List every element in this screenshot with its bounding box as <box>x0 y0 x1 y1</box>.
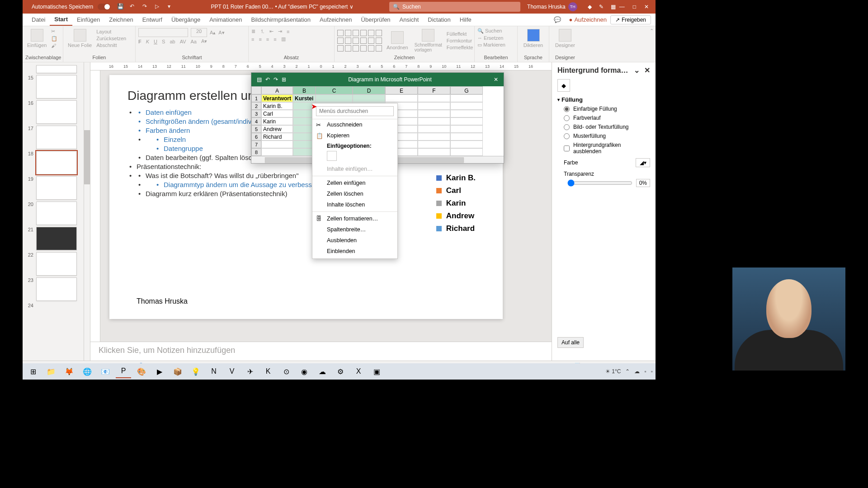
bullet[interactable]: Präsentationstechnik: <box>127 163 485 170</box>
dictate-button[interactable]: Diktieren <box>520 28 546 49</box>
app-icon[interactable]: ▣ <box>369 365 384 378</box>
menu-format-cells[interactable]: 🗄Zellen formatieren… <box>312 213 397 224</box>
shapes-gallery[interactable] <box>337 30 382 52</box>
cell[interactable] <box>450 133 483 141</box>
app-icon[interactable]: K <box>260 365 276 378</box>
cell[interactable] <box>450 102 483 110</box>
cell[interactable] <box>261 141 293 148</box>
transparency-slider[interactable] <box>567 179 632 187</box>
menu-unhide[interactable]: Einblenden <box>312 246 397 257</box>
cell[interactable] <box>418 102 450 110</box>
col-header[interactable]: F <box>418 86 450 94</box>
new-slide-button[interactable]: Neue Folie <box>66 28 94 49</box>
cell[interactable] <box>450 94 483 102</box>
diamond-icon[interactable]: ◆ <box>588 4 592 10</box>
app-icon[interactable]: ▦ <box>611 4 616 10</box>
file-explorer-icon[interactable]: 📁 <box>43 365 59 378</box>
cell[interactable] <box>353 94 385 102</box>
tab-ansicht[interactable]: Ansicht <box>395 14 424 26</box>
cell[interactable]: Karin B. <box>261 102 293 110</box>
cell[interactable] <box>418 141 450 148</box>
cell[interactable] <box>450 110 483 117</box>
font-color-icon[interactable]: A▾ <box>201 38 207 44</box>
slide-thumb[interactable] <box>36 126 77 149</box>
tab-entwurf[interactable]: Entwurf <box>138 14 167 26</box>
slide-thumb[interactable] <box>36 277 77 301</box>
align-right-icon[interactable]: ≡ <box>266 37 269 42</box>
indent-inc-icon[interactable]: ⇥ <box>278 28 282 34</box>
paste-button[interactable]: Einfügen <box>25 28 48 49</box>
col-header[interactable]: G <box>450 86 483 94</box>
cell[interactable]: Karin <box>261 117 293 125</box>
cell[interactable]: Richard <box>261 133 293 141</box>
menu-insert-cells[interactable]: Zellen einfügen <box>312 178 397 188</box>
onedrive-icon[interactable]: ☁ <box>634 368 640 375</box>
menu-copy[interactable]: 📋Kopieren <box>312 130 397 141</box>
user-account[interactable]: Thomas Hruska TH <box>527 2 577 11</box>
slide-thumb[interactable] <box>36 202 77 225</box>
bullet[interactable]: Was ist die Botschaft? Was willst du „rü… <box>137 172 485 179</box>
layout-button[interactable]: Layout <box>96 29 126 34</box>
thumbs-scrollbar[interactable] <box>84 62 90 361</box>
cut-icon[interactable]: ✂ <box>51 28 57 34</box>
excel-close-icon[interactable]: ✕ <box>494 76 498 83</box>
reset-button[interactable]: Zurücksetzen <box>96 36 126 41</box>
col-header[interactable]: E <box>385 86 418 94</box>
tab-ueberpruefen[interactable]: Überprüfen <box>357 14 395 26</box>
tab-einfuegen[interactable]: Einfügen <box>72 14 104 26</box>
tab-animationen[interactable]: Animationen <box>205 14 246 26</box>
cell[interactable]: Andrew <box>261 125 293 133</box>
gradient-fill-radio[interactable]: Farbverlauf <box>564 115 650 121</box>
columns-icon[interactable]: ▥ <box>281 36 286 42</box>
color-picker[interactable]: ◢▾ <box>636 158 650 167</box>
align-center-icon[interactable]: ≡ <box>259 37 261 42</box>
format-painter-icon[interactable]: 🖌 <box>51 43 57 48</box>
section-button[interactable]: Abschnitt <box>96 42 126 48</box>
menu-search-input[interactable] <box>316 106 394 116</box>
tab-dictation[interactable]: Dictation <box>423 14 455 26</box>
menu-clear-contents[interactable]: Inhalte löschen <box>312 199 397 210</box>
tab-zeichnen[interactable]: Zeichnen <box>104 14 137 26</box>
cell[interactable] <box>450 125 483 133</box>
col-header[interactable]: A <box>261 86 293 94</box>
select-button[interactable]: ▭ Markieren <box>477 42 514 48</box>
app-icon[interactable]: ⊙ <box>278 365 294 378</box>
align-left-icon[interactable]: ≡ <box>251 37 254 42</box>
pen-icon[interactable]: ✎ <box>599 4 604 10</box>
redo-icon[interactable]: ↷ <box>142 3 150 10</box>
present-icon[interactable]: ▷ <box>155 3 162 10</box>
editor-v-scrollbar[interactable] <box>545 70 552 342</box>
more-icon[interactable]: ▾ <box>168 3 175 10</box>
search-box[interactable]: 🔍 Suchen <box>389 2 520 12</box>
app-icon[interactable]: 🎨 <box>134 365 149 378</box>
excel-menu-icon[interactable]: ▤ <box>257 76 262 83</box>
telegram-icon[interactable]: ✈ <box>242 365 258 378</box>
undo-icon[interactable]: ↶ <box>130 3 137 10</box>
slide-thumb[interactable] <box>36 227 77 250</box>
apply-all-button[interactable]: Auf alle <box>557 337 584 348</box>
document-title[interactable]: PPT 01 Roter Faden 00… • Auf "diesem PC"… <box>175 4 389 10</box>
tab-datei[interactable]: Datei <box>27 14 50 26</box>
share-button[interactable]: ↗ Freigeben <box>610 15 651 24</box>
underline-icon[interactable]: U <box>154 39 157 44</box>
app-icon[interactable]: ☁ <box>315 365 330 378</box>
designer-button[interactable]: Designer <box>552 28 578 49</box>
picture-fill-radio[interactable]: Bild- oder Texturfüllung <box>564 124 650 130</box>
save-icon[interactable]: 💾 <box>117 3 124 10</box>
menu-column-width[interactable]: Spaltenbreite… <box>312 224 397 235</box>
tray-icon[interactable]: ▫ <box>644 368 646 375</box>
col-header-selected[interactable]: B <box>293 86 316 94</box>
vlc-icon[interactable]: ▶ <box>152 365 167 378</box>
shrink-font-icon[interactable]: A▾ <box>218 30 224 36</box>
tab-bildschirm[interactable]: Bildschirmpräsentation <box>246 14 315 26</box>
indent-dec-icon[interactable]: ⇤ <box>269 28 274 34</box>
col-header-selected[interactable]: C <box>316 86 353 94</box>
arrange-button[interactable]: Anordnen <box>385 30 410 51</box>
app-icon[interactable]: 💡 <box>188 365 203 378</box>
grow-font-icon[interactable]: A▴ <box>210 30 216 36</box>
cell[interactable]: Carl <box>261 110 293 117</box>
settings-icon[interactable]: ⚙ <box>333 365 348 378</box>
spacing-icon[interactable]: AV <box>180 39 186 44</box>
excel-grid-icon[interactable]: ⊞ <box>282 76 286 83</box>
menu-cut[interactable]: ✂Ausschneiden <box>312 119 397 130</box>
